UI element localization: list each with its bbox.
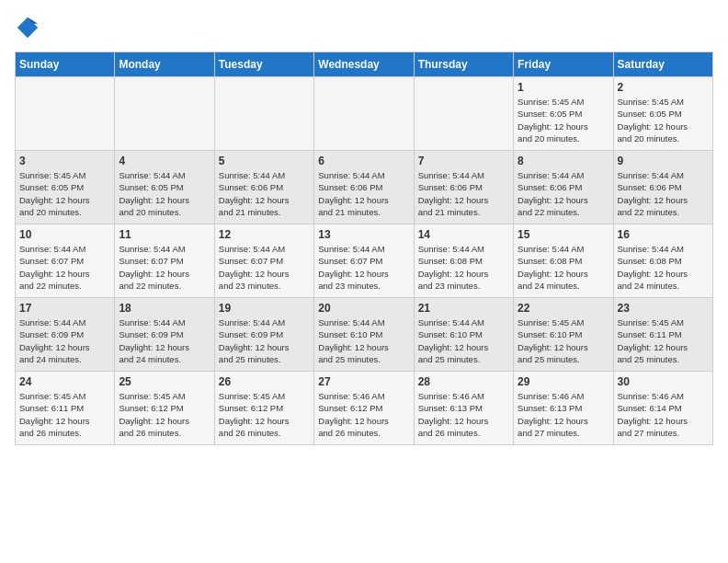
day-info: Sunrise: 5:44 AM Sunset: 6:10 PM Dayligh… — [418, 316, 509, 365]
calendar-cell: 8Sunrise: 5:44 AM Sunset: 6:06 PM Daylig… — [514, 151, 613, 224]
calendar-cell: 5Sunrise: 5:44 AM Sunset: 6:06 PM Daylig… — [214, 151, 313, 224]
column-header-monday: Monday — [115, 52, 214, 77]
day-number: 23 — [618, 302, 709, 315]
column-header-friday: Friday — [514, 52, 613, 77]
calendar-cell: 20Sunrise: 5:44 AM Sunset: 6:10 PM Dayli… — [314, 298, 414, 372]
day-info: Sunrise: 5:45 AM Sunset: 6:11 PM Dayligh… — [618, 316, 709, 365]
day-number: 15 — [518, 228, 609, 241]
logo — [15, 15, 44, 40]
calendar-week-row: 1Sunrise: 5:45 AM Sunset: 6:05 PM Daylig… — [16, 77, 713, 151]
day-number: 7 — [418, 155, 509, 167]
day-info: Sunrise: 5:45 AM Sunset: 6:12 PM Dayligh… — [119, 390, 210, 439]
calendar-cell: 27Sunrise: 5:46 AM Sunset: 6:12 PM Dayli… — [314, 372, 414, 445]
calendar-cell: 21Sunrise: 5:44 AM Sunset: 6:10 PM Dayli… — [414, 298, 513, 372]
calendar-cell: 6Sunrise: 5:44 AM Sunset: 6:06 PM Daylig… — [314, 151, 414, 224]
column-header-thursday: Thursday — [414, 52, 513, 77]
calendar-cell — [314, 77, 414, 151]
calendar-cell: 16Sunrise: 5:44 AM Sunset: 6:08 PM Dayli… — [613, 224, 712, 298]
calendar-cell: 9Sunrise: 5:44 AM Sunset: 6:06 PM Daylig… — [613, 151, 712, 224]
calendar-cell: 7Sunrise: 5:44 AM Sunset: 6:06 PM Daylig… — [414, 151, 513, 224]
calendar-cell: 14Sunrise: 5:44 AM Sunset: 6:08 PM Dayli… — [414, 224, 513, 298]
day-info: Sunrise: 5:45 AM Sunset: 6:10 PM Dayligh… — [518, 316, 609, 365]
day-info: Sunrise: 5:44 AM Sunset: 6:09 PM Dayligh… — [119, 316, 210, 365]
day-info: Sunrise: 5:45 AM Sunset: 6:05 PM Dayligh… — [618, 96, 709, 144]
calendar-cell: 30Sunrise: 5:46 AM Sunset: 6:14 PM Dayli… — [613, 372, 712, 445]
day-number: 21 — [418, 302, 509, 315]
day-number: 20 — [318, 302, 409, 315]
calendar-cell: 4Sunrise: 5:44 AM Sunset: 6:05 PM Daylig… — [115, 151, 214, 224]
day-number: 3 — [19, 155, 110, 167]
day-number: 19 — [219, 302, 310, 315]
day-info: Sunrise: 5:44 AM Sunset: 6:07 PM Dayligh… — [219, 243, 310, 292]
day-number: 24 — [19, 375, 110, 388]
calendar-cell — [414, 77, 513, 151]
day-info: Sunrise: 5:44 AM Sunset: 6:05 PM Dayligh… — [119, 169, 210, 218]
calendar-cell: 15Sunrise: 5:44 AM Sunset: 6:08 PM Dayli… — [514, 224, 613, 298]
day-number: 2 — [618, 81, 709, 94]
day-number: 14 — [418, 228, 509, 241]
day-info: Sunrise: 5:45 AM Sunset: 6:11 PM Dayligh… — [19, 390, 110, 439]
day-number: 25 — [119, 375, 210, 388]
calendar-cell: 28Sunrise: 5:46 AM Sunset: 6:13 PM Dayli… — [414, 372, 513, 445]
calendar-table: SundayMondayTuesdayWednesdayThursdayFrid… — [15, 52, 713, 445]
calendar-cell: 17Sunrise: 5:44 AM Sunset: 6:09 PM Dayli… — [16, 298, 115, 372]
column-header-sunday: Sunday — [16, 52, 115, 77]
day-info: Sunrise: 5:44 AM Sunset: 6:07 PM Dayligh… — [19, 243, 110, 292]
day-number: 11 — [119, 228, 210, 241]
day-number: 28 — [418, 375, 509, 388]
day-info: Sunrise: 5:45 AM Sunset: 6:12 PM Dayligh… — [219, 390, 310, 439]
day-info: Sunrise: 5:44 AM Sunset: 6:06 PM Dayligh… — [418, 169, 509, 218]
day-info: Sunrise: 5:44 AM Sunset: 6:07 PM Dayligh… — [119, 243, 210, 292]
column-header-tuesday: Tuesday — [214, 52, 313, 77]
day-info: Sunrise: 5:46 AM Sunset: 6:14 PM Dayligh… — [618, 390, 709, 439]
day-info: Sunrise: 5:44 AM Sunset: 6:09 PM Dayligh… — [19, 316, 110, 365]
calendar-cell: 25Sunrise: 5:45 AM Sunset: 6:12 PM Dayli… — [115, 372, 214, 445]
day-number: 8 — [518, 155, 609, 167]
calendar-cell: 26Sunrise: 5:45 AM Sunset: 6:12 PM Dayli… — [214, 372, 313, 445]
calendar-cell: 18Sunrise: 5:44 AM Sunset: 6:09 PM Dayli… — [115, 298, 214, 372]
calendar-week-row: 24Sunrise: 5:45 AM Sunset: 6:11 PM Dayli… — [16, 372, 713, 445]
day-info: Sunrise: 5:45 AM Sunset: 6:05 PM Dayligh… — [518, 96, 609, 144]
calendar-cell: 11Sunrise: 5:44 AM Sunset: 6:07 PM Dayli… — [115, 224, 214, 298]
calendar-cell: 19Sunrise: 5:44 AM Sunset: 6:09 PM Dayli… — [214, 298, 313, 372]
calendar-cell: 1Sunrise: 5:45 AM Sunset: 6:05 PM Daylig… — [514, 77, 613, 151]
calendar-cell: 23Sunrise: 5:45 AM Sunset: 6:11 PM Dayli… — [613, 298, 712, 372]
day-info: Sunrise: 5:44 AM Sunset: 6:06 PM Dayligh… — [618, 169, 709, 218]
page-header — [15, 15, 713, 40]
calendar-week-row: 3Sunrise: 5:45 AM Sunset: 6:05 PM Daylig… — [16, 151, 713, 224]
day-number: 12 — [219, 228, 310, 241]
day-number: 5 — [219, 155, 310, 167]
calendar-cell: 2Sunrise: 5:45 AM Sunset: 6:05 PM Daylig… — [613, 77, 712, 151]
day-info: Sunrise: 5:44 AM Sunset: 6:08 PM Dayligh… — [618, 243, 709, 292]
day-info: Sunrise: 5:45 AM Sunset: 6:05 PM Dayligh… — [19, 169, 110, 218]
calendar-cell: 29Sunrise: 5:46 AM Sunset: 6:13 PM Dayli… — [514, 372, 613, 445]
day-number: 26 — [219, 375, 310, 388]
calendar-cell: 3Sunrise: 5:45 AM Sunset: 6:05 PM Daylig… — [16, 151, 115, 224]
day-number: 6 — [318, 155, 409, 167]
day-info: Sunrise: 5:46 AM Sunset: 6:12 PM Dayligh… — [318, 390, 409, 439]
calendar-cell: 22Sunrise: 5:45 AM Sunset: 6:10 PM Dayli… — [514, 298, 613, 372]
day-number: 4 — [119, 155, 210, 167]
day-info: Sunrise: 5:44 AM Sunset: 6:06 PM Dayligh… — [518, 169, 609, 218]
day-number: 16 — [618, 228, 709, 241]
calendar-week-row: 10Sunrise: 5:44 AM Sunset: 6:07 PM Dayli… — [16, 224, 713, 298]
calendar-cell — [16, 77, 115, 151]
day-info: Sunrise: 5:44 AM Sunset: 6:09 PM Dayligh… — [219, 316, 310, 365]
calendar-cell: 10Sunrise: 5:44 AM Sunset: 6:07 PM Dayli… — [16, 224, 115, 298]
day-number: 27 — [318, 375, 409, 388]
day-info: Sunrise: 5:44 AM Sunset: 6:07 PM Dayligh… — [318, 243, 409, 292]
day-number: 9 — [618, 155, 709, 167]
logo-icon — [15, 15, 40, 40]
day-number: 10 — [19, 228, 110, 241]
calendar-cell: 13Sunrise: 5:44 AM Sunset: 6:07 PM Dayli… — [314, 224, 414, 298]
day-number: 13 — [318, 228, 409, 241]
svg-marker-0 — [17, 17, 38, 38]
day-number: 18 — [119, 302, 210, 315]
day-number: 22 — [518, 302, 609, 315]
day-number: 1 — [518, 81, 609, 94]
day-info: Sunrise: 5:44 AM Sunset: 6:06 PM Dayligh… — [318, 169, 409, 218]
calendar-cell — [115, 77, 214, 151]
day-number: 29 — [518, 375, 609, 388]
day-number: 30 — [618, 375, 709, 388]
calendar-cell: 12Sunrise: 5:44 AM Sunset: 6:07 PM Dayli… — [214, 224, 313, 298]
